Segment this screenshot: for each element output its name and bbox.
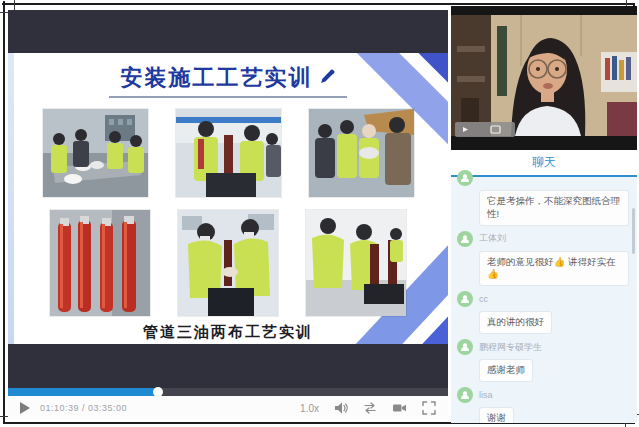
play-button[interactable] bbox=[20, 402, 30, 414]
player-control-bar: 01:10:39 / 03:35:00 1.0x bbox=[8, 396, 448, 420]
avatar bbox=[457, 291, 473, 307]
training-photo-2 bbox=[176, 109, 281, 197]
playback-speed-button[interactable]: 1.0x bbox=[300, 403, 319, 414]
chat-message: lisa 谢谢 bbox=[457, 387, 629, 423]
chat-scrollbar[interactable] bbox=[632, 208, 635, 254]
training-photo-1 bbox=[43, 109, 148, 197]
time-display: 01:10:39 / 03:35:00 bbox=[40, 403, 127, 413]
training-photo-4 bbox=[50, 210, 150, 316]
tab-chat[interactable]: 聊天 bbox=[532, 154, 556, 171]
presentation-slide: 安装施工工艺实训 bbox=[8, 53, 448, 344]
letterbox-top bbox=[8, 10, 448, 53]
pencil-icon bbox=[319, 68, 336, 89]
volume-icon[interactable] bbox=[334, 401, 348, 415]
avatar bbox=[457, 170, 473, 186]
chat-username: lisa bbox=[479, 390, 493, 400]
chat-username: 工体刘 bbox=[479, 232, 506, 245]
lecture-video-surface[interactable]: 安装施工工艺实训 bbox=[8, 10, 448, 388]
progress-fill bbox=[8, 388, 158, 396]
fullscreen-icon[interactable] bbox=[422, 401, 436, 415]
avatar bbox=[457, 231, 473, 247]
training-photo-6 bbox=[306, 210, 406, 316]
letterbox-bottom bbox=[8, 344, 448, 388]
chat-message-text: 感谢老师 bbox=[479, 359, 533, 382]
chat-message: cc 真的讲的很好 bbox=[457, 291, 629, 334]
chat-message: 它是考操作，不能深究图纸合理性! bbox=[457, 170, 629, 226]
camera-icon[interactable] bbox=[392, 401, 407, 415]
chat-message-text: 它是考操作，不能深究图纸合理性! bbox=[479, 190, 629, 226]
training-photo-3 bbox=[309, 109, 414, 197]
video-progress-bar[interactable] bbox=[8, 388, 448, 396]
chat-message: 工体刘 老师的意见很好👍 讲得好实在👍 bbox=[457, 231, 629, 287]
avatar bbox=[457, 339, 473, 355]
chat-username: 鹏程网专硕学生 bbox=[479, 341, 542, 354]
chat-message-text: 真的讲的很好 bbox=[479, 311, 552, 334]
line-switch-icon[interactable] bbox=[363, 401, 377, 415]
chat-message-list[interactable]: 它是考操作，不能深究图纸合理性! 工体刘 老师的意见很好👍 讲得好实在👍 cc … bbox=[451, 177, 637, 423]
chat-message-text: 老师的意见很好👍 讲得好实在👍 bbox=[479, 251, 629, 287]
training-photo-5 bbox=[178, 210, 278, 316]
slide-caption: 管道三油两布工艺实训 bbox=[8, 323, 448, 342]
chat-message-text: 谢谢 bbox=[479, 407, 514, 423]
chat-message: 鹏程网专硕学生 感谢老师 bbox=[457, 339, 629, 382]
chat-username: cc bbox=[479, 294, 488, 304]
avatar bbox=[457, 387, 473, 403]
slide-title: 安装施工工艺实训 bbox=[121, 63, 313, 93]
teacher-webcam-video[interactable] bbox=[451, 6, 637, 150]
title-underline bbox=[109, 96, 347, 98]
chat-panel: 聊天 它是考操作，不能深究图纸合理性! 工体刘 老师的意见很好👍 讲得好实在👍 … bbox=[451, 150, 637, 423]
